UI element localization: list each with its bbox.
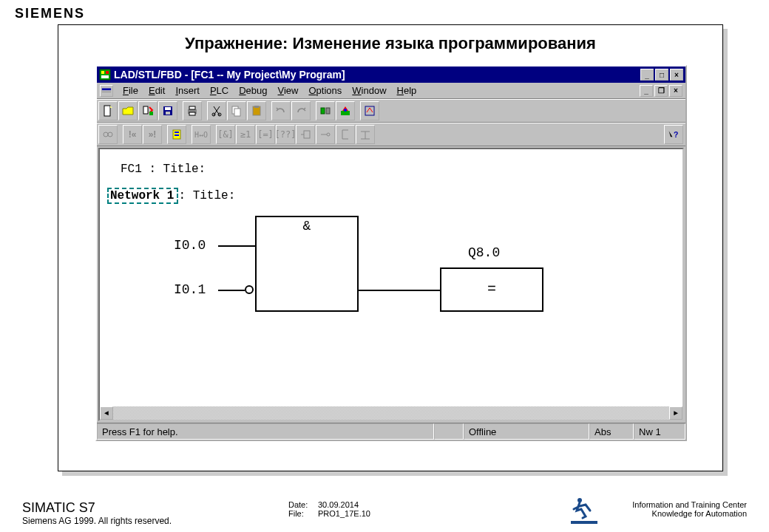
copyright: Siemens AG 1999. All rights reserved. xyxy=(22,516,288,526)
and-block-icon[interactable]: [&] xyxy=(216,125,235,144)
svg-rect-2 xyxy=(106,71,109,74)
scroll-left-button[interactable]: ◄ xyxy=(100,406,113,420)
svg-rect-16 xyxy=(189,112,195,115)
date-label: Date: xyxy=(288,500,318,509)
titlebar[interactable]: LAD/STL/FBD - [FC1 -- My Project\My Prog… xyxy=(97,66,685,83)
window-title: LAD/STL/FBD - [FC1 -- My Project\My Prog… xyxy=(114,69,345,81)
org-line-1: Information and Training Center xyxy=(510,500,747,509)
svg-rect-24 xyxy=(326,108,330,114)
svg-rect-20 xyxy=(234,109,240,116)
mdi-control-icon[interactable] xyxy=(100,85,113,97)
scroll-right-button[interactable]: ► xyxy=(669,406,682,420)
fbd-diagram: & = Q8.0 I0.0 I0.1 xyxy=(115,216,632,364)
save-icon[interactable] xyxy=(158,101,177,120)
menu-debug[interactable]: Debug xyxy=(234,84,272,97)
mdi-close-button[interactable]: × xyxy=(669,85,682,97)
status-network: Nw 1 xyxy=(634,423,685,440)
svg-point-37 xyxy=(327,133,330,136)
horizontal-scrollbar[interactable]: ◄ ► xyxy=(100,406,682,420)
module-info-icon[interactable] xyxy=(316,101,335,120)
menu-edit[interactable]: Edit xyxy=(143,84,170,97)
monitor-icon[interactable] xyxy=(336,101,355,120)
compare-block-icon[interactable]: [??] xyxy=(276,125,295,144)
contact-icon[interactable]: H↔O xyxy=(192,125,211,144)
close-button[interactable]: × xyxy=(670,69,683,81)
cut-icon[interactable] xyxy=(207,101,226,120)
status-abs: Abs xyxy=(589,423,634,440)
negate-icon[interactable] xyxy=(316,125,335,144)
and-gate[interactable]: & xyxy=(255,216,359,312)
svg-point-30 xyxy=(108,132,112,137)
svg-rect-9 xyxy=(143,106,148,114)
input-0-label: I0.0 xyxy=(174,238,206,253)
branch-open-icon[interactable] xyxy=(336,125,355,144)
catalog-icon[interactable] xyxy=(167,125,186,144)
undo-icon[interactable] xyxy=(271,101,291,120)
menu-file[interactable]: File xyxy=(118,84,143,97)
slide-frame: Упражнение: Изменение языка программиров… xyxy=(58,24,723,471)
network-label[interactable]: Network 1 xyxy=(107,188,178,204)
footer: SIMATIC S7 Siemens AG 1999. All rights r… xyxy=(0,500,769,526)
svg-rect-34 xyxy=(304,131,310,138)
svg-rect-32 xyxy=(175,132,179,133)
toolbar-main xyxy=(97,99,685,123)
menu-help[interactable]: Help xyxy=(392,84,422,97)
svg-rect-12 xyxy=(165,107,171,110)
slide-title: Упражнение: Изменение языка программиров… xyxy=(58,25,722,61)
mdi-restore-button[interactable]: ❐ xyxy=(654,85,668,97)
org-line-2: Knowledge for Automation xyxy=(510,509,747,518)
menu-view[interactable]: View xyxy=(273,84,304,97)
maximize-button[interactable]: □ xyxy=(655,69,668,81)
or-block-icon[interactable]: ≥1 xyxy=(236,125,255,144)
go-start-icon[interactable]: !« xyxy=(123,125,142,144)
menu-plc[interactable]: PLC xyxy=(205,84,234,97)
svg-rect-1 xyxy=(101,71,104,74)
svg-rect-6 xyxy=(104,106,110,116)
svg-marker-8 xyxy=(123,107,133,115)
glasses-icon[interactable] xyxy=(98,125,118,144)
app-icon xyxy=(99,69,111,81)
new-icon[interactable] xyxy=(98,101,118,120)
status-blank1 xyxy=(434,423,464,440)
svg-rect-23 xyxy=(321,108,325,114)
svg-point-29 xyxy=(104,132,108,137)
brand-logo: SIEMENS xyxy=(0,0,769,21)
status-mode: Offline xyxy=(464,423,589,440)
copy-icon[interactable] xyxy=(227,101,246,120)
open-icon[interactable] xyxy=(118,101,138,120)
svg-rect-22 xyxy=(254,106,259,108)
context-help-icon[interactable]: ? xyxy=(664,125,683,144)
menu-insert[interactable]: Insert xyxy=(170,84,205,97)
go-end-icon[interactable]: »! xyxy=(143,125,162,144)
assign-gate[interactable]: = xyxy=(440,267,543,312)
input-stub-icon[interactable] xyxy=(296,125,315,144)
print-icon[interactable] xyxy=(183,101,202,120)
svg-rect-4 xyxy=(102,88,111,90)
paste-icon[interactable] xyxy=(247,101,266,120)
block-properties-icon[interactable] xyxy=(360,101,379,120)
scroll-track[interactable] xyxy=(113,406,669,420)
workspace[interactable]: FC1 : Title: Network 1 : Title: & = Q8.0… xyxy=(98,148,684,421)
branch-close-icon[interactable] xyxy=(356,125,375,144)
mdi-minimize-button[interactable]: _ xyxy=(640,85,653,97)
app-window: LAD/STL/FBD - [FC1 -- My Project\My Prog… xyxy=(95,65,687,441)
file-value: PRO1_17E.10 xyxy=(318,509,370,518)
menu-window[interactable]: Window xyxy=(347,84,391,97)
file-label: File: xyxy=(288,509,318,518)
product-name: SIMATIC S7 xyxy=(22,500,288,516)
assign-block-icon[interactable]: [=] xyxy=(256,125,275,144)
minimize-button[interactable]: _ xyxy=(640,69,654,81)
negation-circle xyxy=(245,285,254,294)
svg-rect-3 xyxy=(101,75,109,78)
statusbar: Press F1 for help. Offline Abs Nw 1 xyxy=(97,423,685,440)
input-1-label: I0.1 xyxy=(174,282,206,297)
redo-icon[interactable] xyxy=(291,101,311,120)
download-icon[interactable] xyxy=(138,101,157,120)
svg-text:?: ? xyxy=(674,131,678,139)
svg-rect-43 xyxy=(571,521,597,524)
menu-options[interactable]: Options xyxy=(303,84,347,97)
fc-title: FC1 : Title: xyxy=(121,163,206,176)
svg-rect-13 xyxy=(166,112,170,115)
svg-rect-15 xyxy=(189,106,195,109)
svg-point-17 xyxy=(212,113,215,116)
